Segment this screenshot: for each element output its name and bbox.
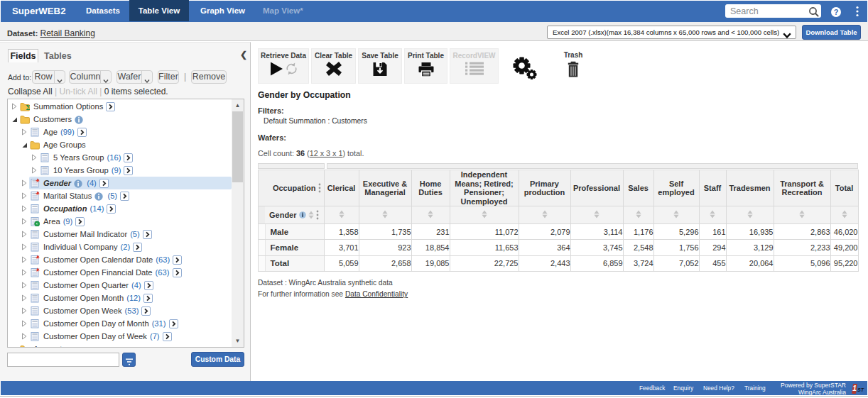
svg-text:Σ: Σ xyxy=(26,103,30,111)
